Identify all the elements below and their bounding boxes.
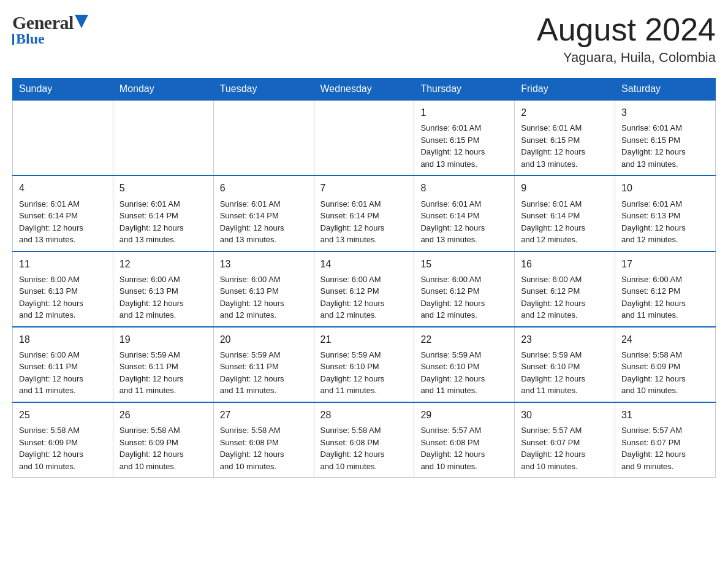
- calendar-cell: 24Sunrise: 5:58 AMSunset: 6:09 PMDayligh…: [615, 327, 716, 402]
- calendar-cell: 14Sunrise: 6:00 AMSunset: 6:12 PMDayligh…: [314, 251, 414, 327]
- day-number: 28: [320, 408, 408, 422]
- day-number: 13: [220, 257, 308, 271]
- day-number: 7: [320, 181, 408, 195]
- day-info: Sunrise: 6:00 AMSunset: 6:13 PMDaylight:…: [19, 274, 107, 321]
- calendar-cell: 13Sunrise: 6:00 AMSunset: 6:13 PMDayligh…: [213, 251, 314, 327]
- day-number: 19: [119, 332, 207, 347]
- day-info: Sunrise: 5:58 AMSunset: 6:09 PMDaylight:…: [119, 424, 207, 472]
- calendar-cell: [213, 100, 314, 175]
- day-info: Sunrise: 6:01 AMSunset: 6:14 PMDaylight:…: [521, 198, 609, 246]
- day-number: 5: [119, 181, 207, 195]
- day-number: 4: [19, 181, 107, 195]
- calendar-cell: 7Sunrise: 6:01 AMSunset: 6:14 PMDaylight…: [314, 175, 414, 251]
- day-info: Sunrise: 6:01 AMSunset: 6:15 PMDaylight:…: [420, 122, 508, 170]
- calendar-cell: 1Sunrise: 6:01 AMSunset: 6:15 PMDaylight…: [414, 100, 515, 175]
- day-info: Sunrise: 5:59 AMSunset: 6:10 PMDaylight:…: [521, 349, 609, 397]
- calendar-cell: 27Sunrise: 5:58 AMSunset: 6:08 PMDayligh…: [213, 402, 314, 478]
- calendar-cell: 20Sunrise: 5:59 AMSunset: 6:11 PMDayligh…: [213, 327, 314, 402]
- calendar-cell: 10Sunrise: 6:01 AMSunset: 6:13 PMDayligh…: [615, 175, 716, 251]
- calendar-cell: 8Sunrise: 6:01 AMSunset: 6:14 PMDaylight…: [414, 175, 515, 251]
- calendar-cell: 3Sunrise: 6:01 AMSunset: 6:15 PMDaylight…: [615, 100, 716, 175]
- month-title: August 2024: [537, 12, 716, 47]
- calendar-cell: 23Sunrise: 5:59 AMSunset: 6:10 PMDayligh…: [515, 327, 615, 402]
- calendar-cell: 31Sunrise: 5:57 AMSunset: 6:07 PMDayligh…: [615, 402, 716, 478]
- calendar-cell: 28Sunrise: 5:58 AMSunset: 6:08 PMDayligh…: [314, 402, 414, 478]
- day-info: Sunrise: 6:00 AMSunset: 6:12 PMDaylight:…: [621, 274, 709, 321]
- day-number: 12: [119, 257, 207, 271]
- calendar-cell: [314, 100, 414, 175]
- calendar-header-friday: Friday: [515, 79, 615, 101]
- day-number: 18: [19, 332, 107, 347]
- day-info: Sunrise: 6:00 AMSunset: 6:11 PMDaylight:…: [19, 349, 107, 397]
- day-number: 14: [320, 257, 408, 271]
- day-number: 1: [420, 105, 508, 120]
- calendar-cell: [113, 100, 213, 175]
- calendar-cell: 25Sunrise: 5:58 AMSunset: 6:09 PMDayligh…: [13, 402, 113, 478]
- day-number: 3: [621, 105, 709, 120]
- day-number: 17: [621, 257, 709, 271]
- calendar-header-sunday: Sunday: [13, 79, 113, 101]
- calendar-header-tuesday: Tuesday: [213, 79, 314, 101]
- calendar-header-monday: Monday: [113, 79, 213, 101]
- day-number: 24: [621, 332, 709, 347]
- calendar-table: SundayMondayTuesdayWednesdayThursdayFrid…: [12, 78, 716, 478]
- week-row-5: 25Sunrise: 5:58 AMSunset: 6:09 PMDayligh…: [13, 402, 716, 478]
- week-row-2: 4Sunrise: 6:01 AMSunset: 6:14 PMDaylight…: [13, 175, 716, 251]
- calendar-cell: 21Sunrise: 5:59 AMSunset: 6:10 PMDayligh…: [314, 327, 414, 402]
- day-number: 10: [621, 181, 709, 195]
- calendar-cell: 18Sunrise: 6:00 AMSunset: 6:11 PMDayligh…: [13, 327, 113, 402]
- week-row-3: 11Sunrise: 6:00 AMSunset: 6:13 PMDayligh…: [13, 251, 716, 327]
- svg-marker-0: [75, 15, 88, 28]
- day-number: 8: [420, 181, 508, 195]
- day-info: Sunrise: 6:01 AMSunset: 6:14 PMDaylight:…: [19, 198, 107, 246]
- location-title: Yaguara, Huila, Colombia: [537, 50, 716, 66]
- day-info: Sunrise: 5:59 AMSunset: 6:11 PMDaylight:…: [220, 349, 308, 397]
- day-info: Sunrise: 6:00 AMSunset: 6:12 PMDaylight:…: [320, 274, 408, 321]
- day-number: 15: [420, 257, 508, 271]
- calendar-cell: 19Sunrise: 5:59 AMSunset: 6:11 PMDayligh…: [113, 327, 213, 402]
- day-info: Sunrise: 5:58 AMSunset: 6:08 PMDaylight:…: [320, 424, 408, 472]
- calendar-cell: 12Sunrise: 6:00 AMSunset: 6:13 PMDayligh…: [113, 251, 213, 327]
- day-info: Sunrise: 6:01 AMSunset: 6:13 PMDaylight:…: [621, 198, 709, 246]
- calendar-cell: 30Sunrise: 5:57 AMSunset: 6:07 PMDayligh…: [515, 402, 615, 478]
- calendar-header-wednesday: Wednesday: [314, 79, 414, 101]
- day-number: 23: [521, 332, 609, 347]
- calendar-cell: 16Sunrise: 6:00 AMSunset: 6:12 PMDayligh…: [515, 251, 615, 327]
- day-info: Sunrise: 6:01 AMSunset: 6:14 PMDaylight:…: [320, 198, 408, 246]
- title-section: August 2024 Yaguara, Huila, Colombia: [537, 12, 716, 66]
- day-number: 27: [220, 408, 308, 422]
- calendar-cell: 9Sunrise: 6:01 AMSunset: 6:14 PMDaylight…: [515, 175, 615, 251]
- day-info: Sunrise: 6:01 AMSunset: 6:15 PMDaylight:…: [521, 122, 609, 170]
- calendar-cell: 11Sunrise: 6:00 AMSunset: 6:13 PMDayligh…: [13, 251, 113, 327]
- calendar-header-saturday: Saturday: [615, 79, 716, 101]
- day-info: Sunrise: 5:59 AMSunset: 6:10 PMDaylight:…: [420, 349, 508, 397]
- day-info: Sunrise: 5:59 AMSunset: 6:11 PMDaylight:…: [119, 349, 207, 397]
- day-info: Sunrise: 6:00 AMSunset: 6:12 PMDaylight:…: [420, 274, 508, 321]
- day-info: Sunrise: 6:00 AMSunset: 6:12 PMDaylight:…: [521, 274, 609, 321]
- week-row-1: 1Sunrise: 6:01 AMSunset: 6:15 PMDaylight…: [13, 100, 716, 175]
- day-info: Sunrise: 5:59 AMSunset: 6:10 PMDaylight:…: [320, 349, 408, 397]
- week-row-4: 18Sunrise: 6:00 AMSunset: 6:11 PMDayligh…: [13, 327, 716, 402]
- logo: General Blue: [12, 12, 88, 47]
- day-info: Sunrise: 6:00 AMSunset: 6:13 PMDaylight:…: [119, 274, 207, 321]
- day-number: 11: [19, 257, 107, 271]
- calendar-header-thursday: Thursday: [414, 79, 515, 101]
- day-number: 6: [220, 181, 308, 195]
- calendar-header-row: SundayMondayTuesdayWednesdayThursdayFrid…: [13, 79, 716, 101]
- day-number: 25: [19, 408, 107, 422]
- day-number: 30: [521, 408, 609, 422]
- day-info: Sunrise: 6:01 AMSunset: 6:14 PMDaylight:…: [119, 198, 207, 246]
- day-info: Sunrise: 5:58 AMSunset: 6:09 PMDaylight:…: [19, 424, 107, 472]
- day-number: 9: [521, 181, 609, 195]
- day-number: 21: [320, 332, 408, 347]
- calendar-cell: 17Sunrise: 6:00 AMSunset: 6:12 PMDayligh…: [615, 251, 716, 327]
- calendar-cell: 6Sunrise: 6:01 AMSunset: 6:14 PMDaylight…: [213, 175, 314, 251]
- day-number: 29: [420, 408, 508, 422]
- calendar-cell: 29Sunrise: 5:57 AMSunset: 6:08 PMDayligh…: [414, 402, 515, 478]
- logo-blue-text: Blue: [16, 31, 45, 47]
- calendar-cell: 4Sunrise: 6:01 AMSunset: 6:14 PMDaylight…: [13, 175, 113, 251]
- day-info: Sunrise: 6:00 AMSunset: 6:13 PMDaylight:…: [220, 274, 308, 321]
- day-number: 22: [420, 332, 508, 347]
- calendar-cell: 26Sunrise: 5:58 AMSunset: 6:09 PMDayligh…: [113, 402, 213, 478]
- day-number: 20: [220, 332, 308, 347]
